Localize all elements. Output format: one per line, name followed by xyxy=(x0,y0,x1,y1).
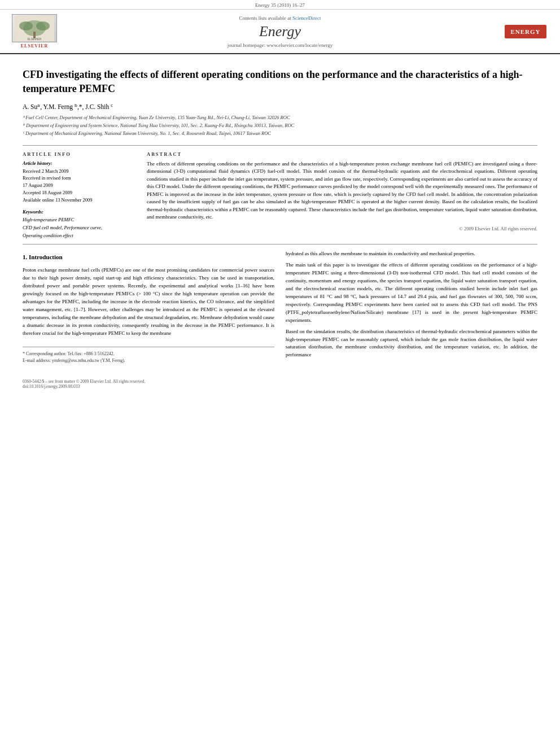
contents-available-line: Contents lists available at ScienceDirec… xyxy=(60,15,500,21)
divider-top xyxy=(23,145,537,146)
svg-point-3 xyxy=(19,21,33,30)
copyright-line: © 2009 Elsevier Ltd. All rights reserved… xyxy=(147,226,537,231)
corresponding-author-note: * Corresponding author. Tel./fax: +886 3… xyxy=(23,351,274,357)
svg-point-4 xyxy=(36,21,50,30)
abstract-column: ABSTRACT The effects of different operat… xyxy=(147,151,537,240)
article-title: CFD investigating the effects of differe… xyxy=(23,68,537,96)
journal-center-header: Contents lists available at ScienceDirec… xyxy=(60,15,500,48)
keywords-label: Keywords: xyxy=(23,209,135,215)
footer-doi: doi:10.1016/j.energy.2009.08.033 xyxy=(23,384,537,389)
email-note: E-mail address: ymferng@ess.nthu.edu.tw … xyxy=(23,357,274,364)
footer-issn: 0360-5442/$ – see front matter © 2009 El… xyxy=(23,379,537,384)
journal-footer: 0360-5442/$ – see front matter © 2009 El… xyxy=(0,379,560,389)
affiliations: ᵃ Fuel Cell Center, Department of Mechan… xyxy=(23,114,537,137)
journal-header: ELSEVIER ELSEVIER Contents lists availab… xyxy=(0,10,560,54)
body-para-1: Proton exchange membrane fuel cells (PEM… xyxy=(23,267,274,337)
abstract-heading: ABSTRACT xyxy=(147,151,537,157)
affiliation-b: ᵇ Department of Engineering and System S… xyxy=(23,122,537,129)
main-content: CFD investigating the effects of differe… xyxy=(0,54,560,373)
elsevier-logo: ELSEVIER ELSEVIER xyxy=(9,14,60,49)
sciencedirect-link[interactable]: ScienceDirect xyxy=(292,15,321,21)
elsevier-logo-image: ELSEVIER xyxy=(12,14,57,42)
divider-body xyxy=(23,244,537,244)
keywords-section: Keywords: High-temperature PEMFC CFD fue… xyxy=(23,209,135,239)
svg-text:ELSEVIER: ELSEVIER xyxy=(28,37,42,41)
elsevier-brand-text: ELSEVIER xyxy=(21,43,48,49)
keywords-values: High-temperature PEMFC CFD fuel cell mod… xyxy=(23,216,135,239)
article-info-column: ARTICLE INFO Article history: Received 2… xyxy=(23,151,135,240)
journal-title: Energy xyxy=(60,23,500,40)
affiliation-c: ᶜ Department of Mechanical Engineering, … xyxy=(23,130,537,137)
footnote-area: * Corresponding author. Tel./fax: +886 3… xyxy=(23,347,274,364)
affiliation-a: ᵃ Fuel Cell Center, Department of Mechan… xyxy=(23,114,537,121)
energy-logo-box: ENERGY xyxy=(505,25,546,38)
journal-homepage: journal homepage: www.elsevier.com/locat… xyxy=(60,42,500,48)
top-bar: Energy 35 (2010) 16–27 xyxy=(0,0,560,10)
authors-text: A. Suᵃ, Y.M. Ferng ᵇ,*, J.C. Shih ᶜ xyxy=(23,103,113,110)
body-para-2: hydrated as this allows the membrane to … xyxy=(286,250,537,258)
body-col-right: hydrated as this allows the membrane to … xyxy=(286,250,537,364)
article-info-abstract: ARTICLE INFO Article history: Received 2… xyxy=(23,151,537,240)
body-content: 1. Introduction Proton exchange membrane… xyxy=(23,250,537,364)
body-para-3: The main task of this paper is to invest… xyxy=(286,261,537,325)
body-para-4: Based on the simulation results, the dis… xyxy=(286,328,537,360)
journal-citation: Energy 35 (2010) 16–27 xyxy=(255,2,305,8)
authors-line: A. Suᵃ, Y.M. Ferng ᵇ,*, J.C. Shih ᶜ xyxy=(23,103,537,111)
history-label: Article history: xyxy=(23,160,135,166)
history-received: Received 2 March 2009 Received in revise… xyxy=(23,168,135,204)
body-col-left: 1. Introduction Proton exchange membrane… xyxy=(23,250,274,364)
section1-title: 1. Introduction xyxy=(23,252,274,262)
energy-logo: ENERGY xyxy=(500,25,551,38)
abstract-text: The effects of different operating condi… xyxy=(147,160,537,221)
article-info-heading: ARTICLE INFO xyxy=(23,151,135,157)
article-history: Article history: Received 2 March 2009 R… xyxy=(23,160,135,204)
